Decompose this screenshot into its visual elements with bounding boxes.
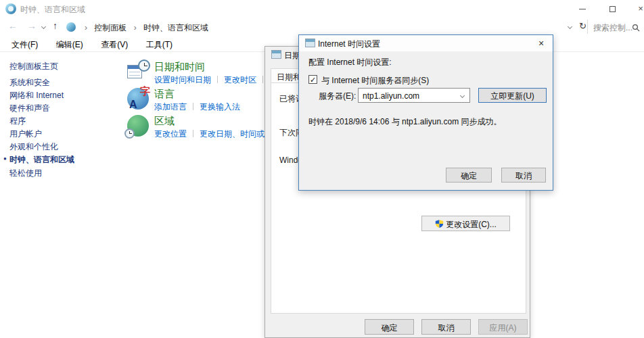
window-title: 时钟、语言和区域 (20, 4, 85, 16)
refresh-icon[interactable]: ↻ (579, 21, 586, 31)
internet-dialog-title: Internet 时间设置 (318, 39, 380, 50)
minimize-button[interactable] (568, 0, 597, 18)
date-time-dialog-icon (271, 50, 281, 59)
address-bar-icon (66, 22, 76, 32)
cancel-button[interactable]: 取消 (501, 168, 546, 183)
menu-view[interactable]: 查看(V) (97, 39, 131, 51)
ok-button[interactable]: 确定 (365, 319, 414, 335)
configure-label: 配置 Internet 时间设置: (308, 57, 392, 68)
breadcrumb-sep-icon: › (85, 23, 87, 32)
language-icon: 字 A (127, 88, 149, 110)
sidebar-item-programs[interactable]: 程序 (9, 116, 26, 127)
link-set-time-date[interactable]: 设置时间和日期 (154, 75, 211, 84)
change-settings-button[interactable]: 更改设置(C)... (421, 216, 510, 231)
menu-file[interactable]: 文件(F) (8, 39, 41, 51)
combo-chevron-icon (460, 93, 465, 98)
category-date-time[interactable]: 日期和时间 (154, 61, 205, 74)
sidebar-item-home[interactable]: 控制面板主页 (9, 61, 58, 72)
uac-shield-icon (435, 219, 444, 228)
clock-region-icon (5, 3, 16, 14)
forward-icon[interactable]: → (27, 20, 37, 31)
up-icon[interactable]: ↑ (53, 20, 58, 31)
sidebar-item-ease-of-access[interactable]: 轻松使用 (9, 168, 42, 179)
search-placeholder: 搜索控制... (593, 22, 632, 34)
menu-edit[interactable]: 编辑(E) (53, 39, 87, 51)
sidebar-item-user-accounts[interactable]: 用户帐户 (9, 128, 42, 140)
link-add-language[interactable]: 添加语言 (154, 102, 187, 112)
update-now-button[interactable]: 立即更新(U) (478, 88, 547, 103)
server-label: 服务器(E): (319, 91, 356, 102)
category-region[interactable]: 区域 (154, 115, 175, 128)
navigation-toolbar: ← → ↑ › 控制面板 › 时钟、语言和区域 ↻ 搜索控制... (0, 18, 644, 35)
close-button[interactable]: × (626, 0, 644, 18)
internet-time-settings-dialog: Internet 时间设置 × 配置 Internet 时间设置: ✓ 与 In… (298, 34, 553, 191)
apply-button: 应用(A) (478, 319, 528, 335)
date-time-icon (127, 59, 152, 82)
search-icon (632, 22, 640, 34)
category-language[interactable]: 语言 (154, 88, 175, 101)
breadcrumb: › 控制面板 › 时钟、语言和区域 (80, 22, 208, 34)
sidebar-item-network-internet[interactable]: 网络和 Internet (9, 90, 64, 101)
back-icon[interactable]: ← (8, 20, 18, 31)
internet-dialog-icon (305, 39, 315, 47)
link-change-location[interactable]: 更改位置 (154, 129, 187, 139)
language-links: 添加语言更换输入法 (154, 101, 240, 113)
sidebar-item-clock-language-region[interactable]: 时钟、语言和区域 (9, 154, 74, 166)
sync-status-text: 时钟在 2018/9/6 14:06 与 ntp1.aliyun.com 同步成… (308, 116, 501, 128)
internet-dialog-titlebar: Internet 时间设置 × (299, 35, 553, 51)
menu-tools[interactable]: 工具(T) (143, 39, 176, 51)
history-chevron-icon[interactable] (41, 24, 46, 29)
address-dropdown-icon[interactable] (568, 24, 572, 29)
selected-bullet-icon: ● (3, 155, 7, 162)
server-combobox[interactable]: ntp1.aliyun.com (358, 88, 470, 103)
search-input[interactable]: 搜索控制... (587, 20, 644, 34)
breadcrumb-sep-icon: › (134, 23, 137, 32)
sync-checkbox-label[interactable]: 与 Internet 时间服务器同步(S) (321, 75, 429, 87)
sidebar-item-appearance[interactable]: 外观和个性化 (9, 141, 58, 153)
link-change-timezone[interactable]: 更改时区 (224, 75, 256, 84)
breadcrumb-current[interactable]: 时钟、语言和区域 (143, 23, 208, 32)
sidebar-item-system-security[interactable]: 系统和安全 (9, 77, 50, 89)
cancel-button[interactable]: 取消 (421, 319, 471, 335)
link-change-input-method[interactable]: 更换输入法 (200, 102, 240, 112)
region-icon (127, 115, 149, 137)
sync-checkbox[interactable]: ✓ (308, 75, 317, 84)
sidebar-item-hardware-sound[interactable]: 硬件和声音 (9, 103, 50, 114)
dialog-close-icon[interactable]: × (534, 37, 549, 49)
ok-button[interactable]: 确定 (446, 168, 492, 183)
maximize-button[interactable] (598, 0, 626, 18)
breadcrumb-control-panel[interactable]: 控制面板 (94, 23, 127, 32)
server-value: ntp1.aliyun.com (363, 91, 419, 101)
title-bar: 时钟、语言和区域 × (0, 0, 644, 18)
